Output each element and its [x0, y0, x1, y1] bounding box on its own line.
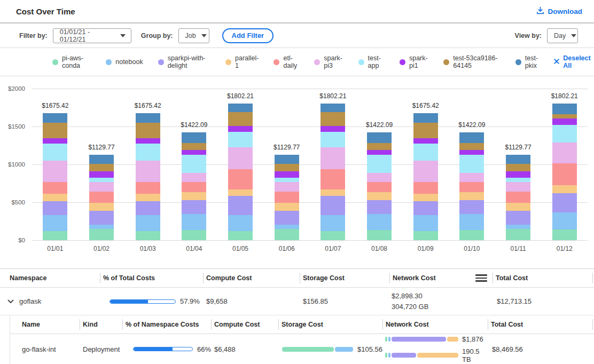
bar-segment-parallel-1[interactable]	[413, 194, 438, 201]
bar-segment-test-53ca9186-64145[interactable]	[367, 143, 392, 150]
bar-segment-spark-pi3[interactable]	[275, 182, 299, 192]
bar-segment-parallel-1[interactable]	[136, 194, 160, 201]
bar-segment-test-pkix[interactable]	[136, 113, 160, 123]
bar-segment-etl-daily[interactable]	[43, 182, 67, 194]
bar-segment-test-53ca9186-64145[interactable]	[552, 114, 577, 119]
legend-item-pi-aws-conda[interactable]: pi-aws-conda	[52, 54, 91, 69]
bar-segment-pi-aws-conda[interactable]	[275, 229, 299, 240]
bar-segment-test-pkix[interactable]	[43, 113, 67, 123]
bar-segment-spark-pi1[interactable]	[506, 171, 530, 178]
legend-item-spark-pi3[interactable]: spark-pi3	[314, 54, 343, 69]
bar-segment-test-app[interactable]	[275, 178, 299, 182]
bar-segment-notebook[interactable]	[182, 214, 206, 230]
bar-segment-test-53ca9186-64145[interactable]	[506, 164, 530, 171]
bar-segment-pi-aws-conda[interactable]	[89, 229, 114, 240]
bar-segment-test-53ca9186-64145[interactable]	[321, 112, 345, 126]
column-settings-icon[interactable]	[475, 274, 487, 282]
bar-01/12[interactable]: $1802.21	[541, 89, 588, 240]
bar-segment-spark-pi3[interactable]	[367, 173, 392, 182]
bar-segment-test-app[interactable]	[459, 155, 484, 173]
bar-segment-pi-aws-conda[interactable]	[136, 231, 160, 240]
bar-segment-pi-aws-conda[interactable]	[552, 230, 577, 240]
bar-segment-test-pkix[interactable]	[275, 155, 299, 164]
bar-01/06[interactable]: $1129.77	[263, 89, 310, 240]
table-row[interactable]: go-flask-int Deployment 66% $6,488 $105.…	[10, 334, 594, 364]
bar-segment-etl-daily[interactable]	[413, 182, 438, 194]
bar-segment-spark-pi1[interactable]	[136, 138, 160, 144]
bar-segment-pi-aws-conda[interactable]	[413, 231, 438, 240]
bar-segment-etl-daily[interactable]	[136, 182, 160, 194]
bar-segment-test-pkix[interactable]	[321, 104, 345, 112]
bar-segment-sparkpi-with-delight[interactable]	[367, 200, 392, 215]
bar-segment-spark-pi1[interactable]	[552, 118, 577, 125]
bar-segment-spark-pi3[interactable]	[43, 161, 67, 182]
bar-segment-etl-daily[interactable]	[506, 192, 530, 203]
bar-segment-spark-pi1[interactable]	[228, 126, 253, 132]
legend-item-sparkpi-with-delight[interactable]: sparkpi-with-delight	[158, 54, 210, 69]
bar-segment-notebook[interactable]	[506, 225, 530, 229]
bar-segment-test-app[interactable]	[321, 132, 345, 147]
bar-01/03[interactable]: $1675.42	[124, 89, 171, 240]
bar-segment-test-app[interactable]	[89, 178, 114, 182]
bar-segment-notebook[interactable]	[459, 214, 484, 230]
bar-segment-pi-aws-conda[interactable]	[43, 231, 67, 240]
download-button[interactable]: Download	[536, 6, 583, 16]
group-by-select[interactable]: Job	[178, 28, 209, 43]
bar-segment-spark-pi3[interactable]	[413, 161, 438, 182]
bar-segment-spark-pi3[interactable]	[506, 182, 530, 192]
bar-segment-parallel-1[interactable]	[182, 192, 206, 200]
legend-item-test-app[interactable]: test-app	[358, 54, 385, 69]
bar-segment-spark-pi3[interactable]	[552, 143, 577, 163]
bar-segment-test-53ca9186-64145[interactable]	[136, 123, 160, 138]
bar-01/02[interactable]: $1129.77	[79, 89, 125, 240]
bar-segment-spark-pi3[interactable]	[89, 182, 114, 192]
bar-01/01[interactable]: $1675.42	[32, 89, 79, 240]
add-filter-button[interactable]: Add Filter	[222, 28, 274, 43]
bar-segment-test-app[interactable]	[367, 155, 392, 173]
chevron-down-icon[interactable]	[6, 297, 15, 306]
legend-item-test-53ca9186-64145[interactable]: test-53ca9186-64145	[443, 54, 501, 69]
bar-segment-etl-daily[interactable]	[459, 182, 484, 192]
bar-segment-sparkpi-with-delight[interactable]	[321, 196, 345, 215]
bar-segment-test-pkix[interactable]	[552, 104, 577, 114]
bar-segment-sparkpi-with-delight[interactable]	[89, 211, 114, 225]
bar-segment-test-pkix[interactable]	[89, 155, 114, 164]
table-row[interactable]: goflask 57.9% $9,658 $156.85 $2,898.30 3…	[0, 288, 594, 315]
bar-segment-test-app[interactable]	[136, 144, 160, 161]
bar-segment-pi-aws-conda[interactable]	[182, 230, 206, 240]
deselect-all-button[interactable]: Deselect All	[554, 54, 594, 69]
bar-segment-spark-pi1[interactable]	[367, 150, 392, 155]
bar-segment-notebook[interactable]	[89, 225, 114, 229]
bar-segment-parallel-1[interactable]	[552, 185, 577, 193]
bar-segment-etl-daily[interactable]	[321, 169, 345, 190]
bar-segment-notebook[interactable]	[552, 212, 577, 230]
legend-item-parallel-1[interactable]: parallel-1	[225, 54, 259, 69]
bar-segment-sparkpi-with-delight[interactable]	[459, 200, 484, 215]
bar-segment-test-app[interactable]	[228, 132, 253, 147]
bar-segment-pi-aws-conda[interactable]	[506, 229, 530, 240]
bar-segment-pi-aws-conda[interactable]	[459, 230, 484, 240]
bar-01/09[interactable]: $1675.42	[402, 89, 449, 240]
bar-01/10[interactable]: $1422.09	[449, 89, 495, 240]
bar-segment-spark-pi3[interactable]	[182, 173, 206, 182]
bar-segment-notebook[interactable]	[367, 214, 392, 230]
bar-01/07[interactable]: $1802.21	[310, 89, 356, 240]
date-range-select[interactable]: 01/01/21 - 01/12/21	[53, 28, 131, 43]
bar-segment-pi-aws-conda[interactable]	[367, 230, 392, 240]
bar-segment-test-pkix[interactable]	[228, 104, 253, 112]
bar-segment-etl-daily[interactable]	[228, 169, 253, 190]
bar-segment-spark-pi1[interactable]	[459, 150, 484, 155]
bar-01/05[interactable]: $1802.21	[217, 89, 264, 240]
bar-segment-etl-daily[interactable]	[552, 163, 577, 185]
bar-segment-test-pkix[interactable]	[182, 132, 206, 143]
bar-segment-parallel-1[interactable]	[459, 192, 484, 200]
bar-segment-sparkpi-with-delight[interactable]	[413, 201, 438, 216]
bar-segment-test-53ca9186-64145[interactable]	[182, 143, 206, 150]
bar-segment-spark-pi1[interactable]	[275, 171, 299, 178]
bar-01/11[interactable]: $1129.77	[495, 89, 542, 240]
legend-item-etl-daily[interactable]: etl-daily	[273, 54, 299, 69]
bar-segment-spark-pi3[interactable]	[321, 147, 345, 169]
bar-segment-test-app[interactable]	[506, 178, 530, 182]
bar-segment-test-app[interactable]	[413, 144, 438, 161]
bar-segment-test-app[interactable]	[182, 155, 206, 173]
